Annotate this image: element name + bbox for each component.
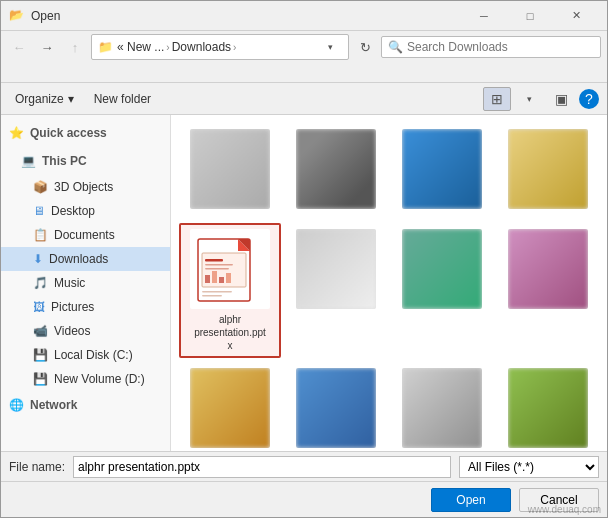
- quick-access-label: Quick access: [30, 126, 107, 140]
- close-button[interactable]: ✕: [553, 1, 599, 31]
- refresh-button[interactable]: ↻: [353, 35, 377, 59]
- nav-row: ← → ↑ 📁 « New ... › Downloads › ▾ ↻ 🔍: [1, 31, 607, 63]
- new-folder-label: New folder: [94, 92, 151, 106]
- file-item[interactable]: [391, 223, 493, 358]
- new-volume-icon: 💾: [33, 372, 48, 386]
- open-dialog: 📂 Open ─ □ ✕ ← → ↑ 📁 « New ... › Downloa…: [0, 0, 608, 518]
- back-button[interactable]: ←: [7, 35, 31, 59]
- address-sep-1: ›: [166, 42, 169, 53]
- sidebar-item-quick-access[interactable]: ⭐ Quick access: [1, 119, 170, 147]
- address-sep-2: ›: [233, 42, 236, 53]
- sidebar-item-local-disk[interactable]: 💾 Local Disk (C:): [1, 343, 170, 367]
- search-input[interactable]: [407, 40, 594, 54]
- file-item[interactable]: [497, 123, 599, 219]
- file-item[interactable]: [285, 123, 387, 219]
- file-thumbnail: [296, 368, 376, 448]
- help-button[interactable]: ?: [579, 89, 599, 109]
- file-label: alphrpresentation.pptx: [194, 313, 266, 352]
- pptx-thumbnail: [190, 229, 270, 309]
- organize-button[interactable]: Organize ▾: [9, 87, 80, 111]
- open-button[interactable]: Open: [431, 488, 511, 512]
- new-folder-button[interactable]: New folder: [88, 87, 157, 111]
- view-dropdown-button[interactable]: ▾: [515, 87, 543, 111]
- local-disk-label: Local Disk (C:): [54, 348, 133, 362]
- search-icon: 🔍: [388, 40, 403, 54]
- file-name-input[interactable]: [73, 456, 451, 478]
- organize-arrow: ▾: [68, 92, 74, 106]
- address-bar[interactable]: 📁 « New ... › Downloads › ▾: [91, 34, 349, 60]
- file-item[interactable]: [179, 362, 281, 451]
- 3d-objects-label: 3D Objects: [54, 180, 113, 194]
- svg-rect-12: [202, 295, 222, 297]
- pptx-icon-svg: [194, 233, 266, 305]
- file-thumbnail: [296, 129, 376, 209]
- file-item[interactable]: [497, 362, 599, 451]
- sidebar-item-3d-objects[interactable]: 📦 3D Objects: [1, 175, 170, 199]
- file-thumbnail: [402, 129, 482, 209]
- file-thumbnail: [190, 129, 270, 209]
- forward-button[interactable]: →: [35, 35, 59, 59]
- sidebar-item-desktop[interactable]: 🖥 Desktop: [1, 199, 170, 223]
- title-bar-controls: ─ □ ✕: [461, 1, 599, 31]
- footer-buttons: Open Cancel: [1, 481, 607, 517]
- file-item[interactable]: [497, 223, 599, 358]
- action-bar: Organize ▾ New folder ⊞ ▾ ▣ ?: [1, 83, 607, 115]
- address-part-1: « New ...: [117, 40, 164, 54]
- sidebar-item-music[interactable]: 🎵 Music: [1, 271, 170, 295]
- sidebar-item-this-pc[interactable]: 💻 This PC: [1, 147, 170, 175]
- quick-access-icon: ⭐: [9, 126, 24, 140]
- address-parts: « New ... › Downloads ›: [117, 40, 314, 54]
- file-item[interactable]: [391, 123, 493, 219]
- file-item[interactable]: [285, 223, 387, 358]
- downloads-label: Downloads: [49, 252, 108, 266]
- svg-rect-11: [202, 291, 232, 293]
- title-bar-left: 📂 Open: [9, 8, 60, 24]
- file-thumbnail: [402, 229, 482, 309]
- file-item[interactable]: [179, 123, 281, 219]
- file-thumbnail: [402, 368, 482, 448]
- desktop-label: Desktop: [51, 204, 95, 218]
- file-thumbnail: [190, 368, 270, 448]
- sidebar-item-new-volume[interactable]: 💾 New Volume (D:): [1, 367, 170, 391]
- sidebar-item-network[interactable]: 🌐 Network: [1, 391, 170, 419]
- address-dropdown-button[interactable]: ▾: [318, 35, 342, 59]
- svg-rect-10: [226, 273, 231, 283]
- minimize-button[interactable]: ─: [461, 1, 507, 31]
- file-item-pptx[interactable]: alphrpresentation.pptx: [179, 223, 281, 358]
- file-area: alphrpresentation.pptx: [171, 115, 607, 451]
- file-item[interactable]: [391, 362, 493, 451]
- downloads-icon: ⬇: [33, 252, 43, 266]
- window-title: Open: [31, 9, 60, 23]
- sidebar: ⭐ Quick access 💻 This PC 📦 3D Objects 🖥 …: [1, 115, 171, 451]
- sidebar-item-videos[interactable]: 📹 Videos: [1, 319, 170, 343]
- 3d-objects-icon: 📦: [33, 180, 48, 194]
- svg-rect-8: [212, 271, 217, 283]
- svg-rect-6: [205, 268, 229, 270]
- sidebar-item-pictures[interactable]: 🖼 Pictures: [1, 295, 170, 319]
- file-type-select[interactable]: All Files (*.*): [459, 456, 599, 478]
- pane-button[interactable]: ▣: [547, 87, 575, 111]
- bottom-bar: File name: All Files (*.*): [1, 451, 607, 481]
- sidebar-item-documents[interactable]: 📋 Documents: [1, 223, 170, 247]
- address-part-2: Downloads: [172, 40, 231, 54]
- help-icon: ?: [585, 91, 593, 107]
- documents-label: Documents: [54, 228, 115, 242]
- svg-rect-4: [205, 259, 223, 262]
- view-icons-button[interactable]: ⊞: [483, 87, 511, 111]
- main-content: ⭐ Quick access 💻 This PC 📦 3D Objects 🖥 …: [1, 115, 607, 451]
- documents-icon: 📋: [33, 228, 48, 242]
- sidebar-item-downloads[interactable]: ⬇ Downloads: [1, 247, 170, 271]
- file-grid: alphrpresentation.pptx: [179, 123, 599, 451]
- music-icon: 🎵: [33, 276, 48, 290]
- pane-icon: ▣: [555, 91, 568, 107]
- videos-label: Videos: [54, 324, 90, 338]
- maximize-button[interactable]: □: [507, 1, 553, 31]
- file-item[interactable]: [285, 362, 387, 451]
- folder-breadcrumb-icon: 📁: [98, 40, 113, 54]
- up-button[interactable]: ↑: [63, 35, 87, 59]
- network-icon: 🌐: [9, 398, 24, 412]
- file-name-label: File name:: [9, 460, 65, 474]
- file-thumbnail: [508, 229, 588, 309]
- svg-rect-5: [205, 264, 233, 266]
- search-box[interactable]: 🔍: [381, 36, 601, 58]
